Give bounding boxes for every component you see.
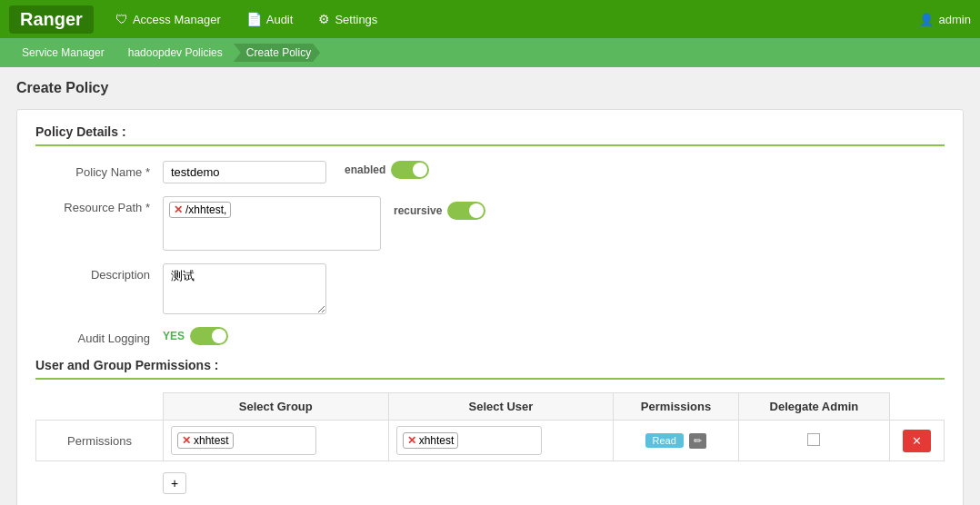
page-content: Create Policy Policy Details : Policy Na…	[0, 67, 980, 505]
group-input-box[interactable]: ✕ xhhtest	[171, 426, 316, 455]
admin-label: admin	[939, 13, 971, 26]
delegate-admin-checkbox[interactable]	[807, 433, 820, 446]
brand-logo[interactable]: Ranger	[9, 5, 94, 34]
enabled-toggle[interactable]	[391, 161, 429, 179]
breadcrumb-service-manager[interactable]: Service Manager	[13, 44, 114, 62]
gear-icon: ⚙	[318, 12, 330, 26]
recursive-toggle-wrap: recursive	[394, 202, 485, 220]
description-input[interactable]: 测试	[163, 263, 326, 314]
main-card: Policy Details : Policy Name * enabled R…	[16, 109, 964, 505]
group-tag-cell: ✕ xhhtest	[164, 421, 389, 461]
col-select-user: Select User	[388, 393, 614, 421]
policy-name-row: Policy Name * enabled	[35, 161, 945, 183]
col-select-group: Select Group	[164, 393, 389, 421]
breadcrumb: Service Manager hadoopdev Policies Creat…	[0, 38, 980, 67]
user-tag-remove[interactable]: ✕	[407, 434, 416, 447]
delete-row-button[interactable]: ✕	[903, 430, 931, 452]
audit-yes-label: YES	[163, 330, 185, 342]
enabled-label: enabled	[345, 163, 385, 176]
edit-permission-button[interactable]: ✏	[689, 433, 706, 449]
col-permissions: Permissions	[614, 393, 739, 421]
policy-name-input[interactable]	[163, 161, 326, 183]
recursive-label: recursive	[394, 204, 442, 217]
user-input-box[interactable]: ✕ xhhtest	[396, 426, 542, 455]
resource-path-row: Resource Path * ✕ /xhhtest, recursive	[35, 196, 945, 251]
table-row: Permissions ✕ xhhtest ✕	[36, 421, 945, 461]
permissions-table: Select Group Select User Permissions Del…	[35, 392, 945, 461]
recursive-toggle[interactable]	[447, 202, 485, 220]
enabled-toggle-knob	[413, 163, 427, 177]
shield-icon: 🛡	[115, 12, 128, 26]
resource-path-tag: ✕ /xhhtest,	[169, 202, 231, 218]
resource-path-label: Resource Path *	[35, 196, 163, 214]
audit-logging-row: Audit Logging YES	[35, 327, 945, 345]
permissions-cell-label: Permissions	[36, 421, 164, 461]
nav-settings[interactable]: ⚙ Settings	[305, 0, 390, 38]
nav-user: 👤 admin	[919, 13, 971, 26]
delegate-admin-cell	[738, 421, 889, 461]
col-delegate-admin: Delegate Admin	[738, 393, 889, 421]
group-tag-remove[interactable]: ✕	[182, 434, 191, 447]
resource-path-tag-remove[interactable]: ✕	[174, 203, 183, 216]
audit-toggle-wrap: YES	[163, 327, 228, 345]
user-icon: 👤	[919, 13, 934, 26]
audit-toggle[interactable]	[190, 327, 228, 345]
read-badge: Read	[645, 433, 684, 448]
policy-details-section-title: Policy Details :	[35, 124, 945, 146]
delete-cell: ✕	[890, 421, 945, 461]
breadcrumb-create-policy[interactable]: Create Policy	[234, 44, 320, 62]
user-tag-cell: ✕ xhhtest	[388, 421, 614, 461]
nav-items: 🛡 Access Manager 📄 Audit ⚙ Settings	[103, 0, 919, 38]
description-row: Description 测试	[35, 263, 945, 314]
recursive-toggle-knob	[469, 203, 484, 218]
user-tag-value: xhhtest	[419, 434, 455, 447]
navbar: Ranger 🛡 Access Manager 📄 Audit ⚙ Settin…	[0, 0, 980, 38]
permission-badge-cell: Read ✏	[614, 421, 739, 461]
group-tag: ✕ xhhtest	[177, 432, 234, 449]
nav-access-manager[interactable]: 🛡 Access Manager	[103, 0, 234, 38]
resource-path-tag-value: /xhhtest,	[185, 203, 226, 216]
enabled-toggle-wrap: enabled	[345, 161, 429, 179]
description-label: Description	[35, 263, 163, 282]
user-tag: ✕ xhhtest	[403, 432, 459, 449]
permissions-section-title: User and Group Permissions :	[35, 358, 945, 380]
nav-audit[interactable]: 📄 Audit	[234, 0, 306, 38]
page-title: Create Policy	[16, 80, 964, 96]
breadcrumb-hadoopdev[interactable]: hadoopdev Policies	[115, 44, 232, 62]
audit-logging-label: Audit Logging	[35, 327, 163, 345]
audit-icon: 📄	[246, 12, 262, 26]
resource-path-input-box[interactable]: ✕ /xhhtest,	[163, 196, 381, 251]
add-row-button[interactable]: +	[163, 472, 186, 494]
audit-toggle-knob	[212, 329, 226, 343]
group-tag-value: xhhtest	[194, 434, 229, 447]
policy-name-label: Policy Name *	[35, 161, 163, 179]
